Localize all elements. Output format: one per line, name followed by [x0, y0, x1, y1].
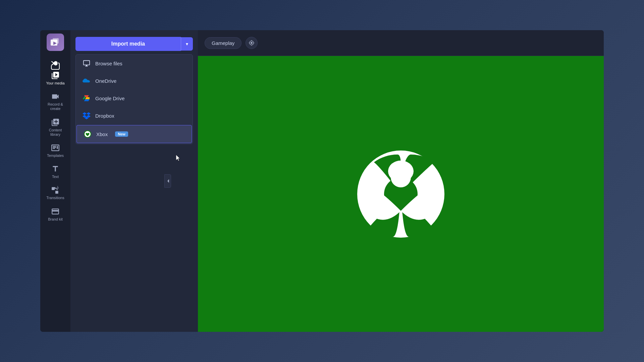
content-header: Gameplay [198, 30, 604, 56]
sidebar-item-transitions-label: Transitions [46, 196, 64, 200]
xbox-logo-image [354, 147, 448, 241]
import-media-button[interactable]: Import media [75, 37, 181, 51]
main-panel: Import media ▾ Browse files OneDr [70, 30, 198, 332]
sidebar-item-content-library-label: Contentlibrary [49, 128, 62, 137]
sidebar: Your media Record &create Contentlibrary… [40, 30, 70, 332]
sidebar-item-content-library[interactable]: Contentlibrary [40, 115, 70, 140]
gameplay-tab[interactable]: Gameplay [205, 37, 241, 49]
content-area: Gameplay [198, 30, 604, 332]
app-logo[interactable] [47, 34, 64, 51]
svg-point-8 [391, 191, 410, 204]
google-drive-label: Google Drive [95, 96, 125, 101]
import-button-row: Import media ▾ [70, 30, 198, 54]
xbox-icon [84, 130, 92, 138]
app-container: Your media Record &create Contentlibrary… [40, 30, 604, 332]
google-drive-icon [83, 94, 91, 102]
sidebar-item-your-media-label: Your media [46, 81, 64, 85]
sidebar-item-brand-kit-label: Brand kit [48, 217, 62, 222]
sidebar-item-brand-kit[interactable]: Brand kit [40, 204, 70, 225]
onedrive-label: OneDrive [95, 78, 116, 84]
browse-files-label: Browse files [95, 61, 122, 66]
import-media-arrow[interactable]: ▾ [181, 37, 193, 51]
xbox-label: Xbox [96, 131, 108, 137]
svg-point-7 [388, 161, 414, 182]
dropdown-item-onedrive[interactable]: OneDrive [76, 72, 193, 89]
settings-icon-button[interactable] [246, 37, 258, 49]
dropdown-item-google-drive[interactable]: Google Drive [76, 89, 193, 107]
gameplay-tab-label: Gameplay [212, 40, 234, 46]
dropdown-item-xbox[interactable]: Xbox New [76, 125, 192, 143]
sidebar-item-record-create-label: Record &create [48, 102, 63, 111]
sidebar-item-record-create[interactable]: Record &create [40, 89, 70, 114]
dropbox-label: Dropbox [95, 113, 114, 119]
monitor-icon [83, 59, 91, 67]
dropdown-item-dropbox[interactable]: Dropbox [76, 107, 193, 124]
sidebar-item-text-label: Text [52, 175, 59, 179]
collapse-panel-button[interactable] [164, 174, 171, 188]
import-dropdown-menu: Browse files OneDrive [75, 54, 193, 144]
dropdown-item-browse-files[interactable]: Browse files [76, 55, 193, 72]
sidebar-item-your-media[interactable]: Your media [40, 58, 70, 89]
xbox-preview-area [198, 56, 604, 332]
sidebar-item-transitions[interactable]: Transitions [40, 182, 70, 203]
sidebar-item-templates[interactable]: Templates [40, 140, 70, 161]
dropbox-icon [83, 112, 91, 120]
xbox-new-badge: New [115, 131, 128, 137]
sidebar-item-text[interactable]: Text [40, 161, 70, 182]
sidebar-item-templates-label: Templates [47, 154, 64, 158]
onedrive-icon [83, 77, 91, 85]
